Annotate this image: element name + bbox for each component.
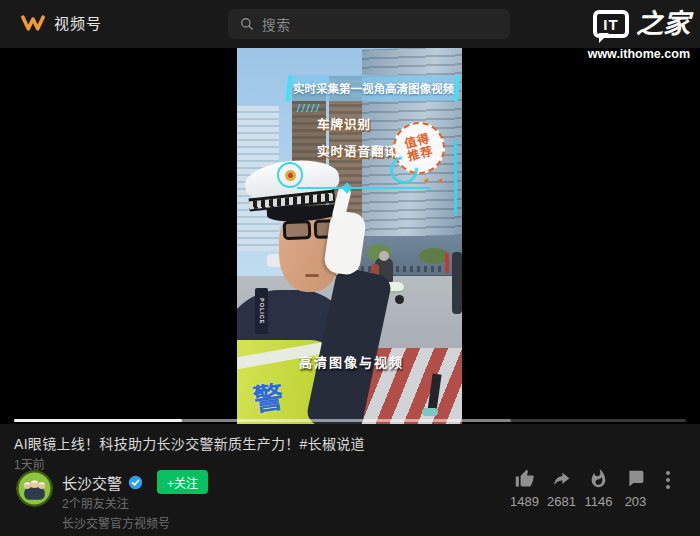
search-placeholder: 搜索 [262, 14, 291, 34]
overlay-vertical-accent [454, 140, 457, 216]
flame-icon [588, 468, 609, 489]
avatar-image [16, 470, 53, 507]
officer-mouth [305, 274, 319, 277]
ithome-url: www.ithome.com [588, 47, 690, 61]
comment-bubble-icon [625, 468, 646, 489]
share-arrow-icon [551, 468, 572, 489]
like-count: 1489 [510, 494, 539, 509]
comment-count: 203 [625, 494, 647, 509]
vest-police-character: 警 [250, 372, 286, 420]
police-label: POLICE [259, 298, 265, 324]
author-description: 长沙交警官方视频号 [62, 514, 170, 531]
verified-badge-icon [128, 475, 143, 490]
dot [666, 471, 670, 475]
video-frame: 警 POLICE 实时采集第一视角高清图像视频 ///// 车牌 [237, 48, 462, 424]
red-banner [445, 253, 449, 273]
comment-button[interactable]: 203 [617, 468, 654, 509]
search-icon [240, 17, 254, 31]
overlay-highlight-ring [277, 162, 303, 188]
overlay-feature-2: 实时语音翻译 [317, 141, 398, 160]
author-avatar[interactable] [16, 470, 53, 507]
ithome-zhijia-text: 之家 [636, 10, 690, 38]
engagement-actions: 1489 2681 1146 203 [506, 468, 678, 509]
share-count: 2681 [547, 494, 576, 509]
overlay-connector-line [297, 187, 431, 189]
ithome-logo: IT 之家 www.ithome.com [588, 10, 690, 61]
friends-follow-note: 2个朋友关注 [62, 494, 129, 511]
dot [666, 485, 670, 489]
pedestrian-shoe [422, 408, 438, 416]
overlay-caption: 高清图像与视频 [299, 352, 404, 371]
channels-brand[interactable]: 视频号 [20, 12, 102, 33]
app-title: 视频号 [54, 12, 102, 33]
scooter-wheel [395, 295, 404, 304]
like-button[interactable]: 1489 [506, 468, 543, 509]
hot-count: 1146 [585, 494, 613, 509]
post-time: 1天前 [14, 455, 45, 472]
ithome-it-bubble-icon: IT [593, 10, 629, 38]
thumbs-up-icon [514, 468, 535, 489]
follow-button[interactable]: +关注 [157, 470, 208, 494]
video-player[interactable]: 警 POLICE 实时采集第一视角高清图像视频 ///// 车牌 [0, 48, 700, 424]
author-name-row: 长沙交警 +关注 [62, 470, 208, 494]
bystander [452, 252, 462, 314]
author-name[interactable]: 长沙交警 [62, 472, 122, 493]
share-button[interactable]: 2681 [543, 468, 580, 509]
overlay-feature-1: 车牌识别 [317, 114, 371, 133]
glasses-lens [283, 220, 312, 240]
video-progress-played [14, 419, 182, 422]
overlay-slashes: ///// [297, 103, 321, 114]
post-title: AI眼镜上线！科技助力长沙交警新质生产力！#长椒说道 [14, 433, 365, 453]
police-patch: POLICE [255, 288, 268, 334]
search-input[interactable]: 搜索 [228, 9, 510, 39]
dot [666, 478, 670, 482]
overlay-banner: 实时采集第一视角高清图像视频 [286, 75, 461, 101]
hot-button[interactable]: 1146 [580, 468, 617, 509]
wechat-channels-icon [20, 13, 46, 33]
overlay-arrow-marks: ◄ ◄ [422, 176, 446, 185]
more-options-button[interactable] [658, 469, 678, 491]
overlay-banner-text: 实时采集第一视角高清图像视频 [293, 80, 454, 96]
post-info: AI眼镜上线！科技助力长沙交警新质生产力！#长椒说道 1天前 长沙交警 +关注 [0, 424, 700, 536]
page: 视频号 搜索 IT 之家 www.ithome.com [0, 0, 700, 536]
video-progress-bar[interactable] [14, 419, 686, 422]
